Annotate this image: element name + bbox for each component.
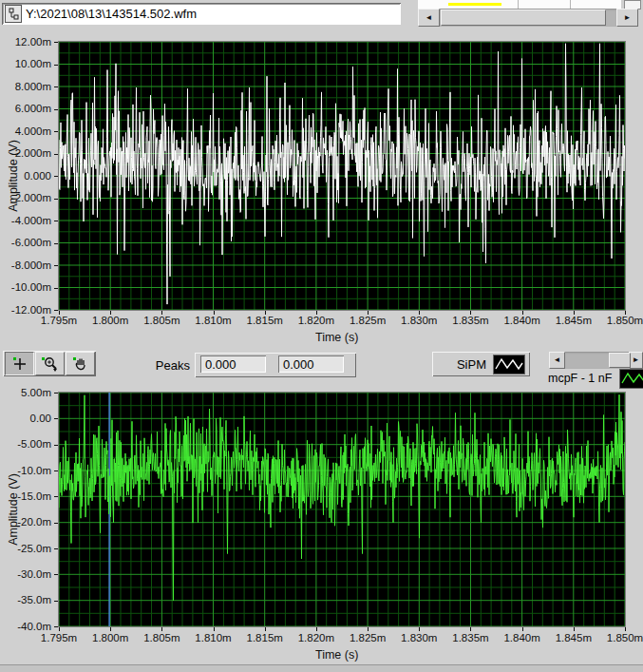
y-tick-label: -5.00m — [0, 438, 51, 450]
bottom-waveform-plot[interactable] — [59, 393, 625, 626]
y-tick-label: -35.0m — [0, 594, 51, 605]
x-tick-label: 1.840m — [501, 315, 544, 326]
x-tick-label: 1.810m — [192, 315, 236, 326]
cursor-tool-button[interactable] — [5, 352, 34, 375]
legend-mcp-label[interactable]: mcpF - 1 nF — [548, 372, 612, 385]
x-tick-mark — [419, 311, 420, 315]
peak-value-1[interactable]: 0.000 — [200, 355, 266, 373]
x-axis-title: Time (s) — [315, 331, 358, 344]
y-tick-mark — [54, 42, 58, 43]
x-tick-label: 1.845m — [552, 632, 596, 643]
y-tick-mark — [54, 154, 58, 155]
y-tick-label: 8.000m — [0, 81, 51, 92]
scrollbar-thumb[interactable] — [609, 353, 631, 368]
y-tick-label: 0.000 — [0, 170, 51, 182]
graph-palette — [3, 351, 96, 376]
top-horizontal-scrollbar[interactable]: ◄ ► — [418, 9, 638, 27]
x-tick-label: 1.820m — [294, 632, 338, 643]
x-tick-label: 1.835m — [448, 632, 492, 643]
table-column-divider — [518, 0, 519, 9]
x-tick-mark — [214, 627, 215, 631]
x-tick-mark — [110, 627, 111, 631]
legend-sipm-label: SiPM — [457, 357, 486, 372]
arrow-right-icon: ► — [633, 356, 640, 364]
y-tick-label: -4.000m — [0, 215, 51, 226]
y-axis-title: Amplitude (V) — [7, 473, 20, 546]
y-tick-mark — [54, 445, 58, 446]
arrow-left-icon: ◄ — [426, 14, 433, 22]
x-tick-label: 1.825m — [346, 632, 389, 643]
y-tick-label: 12.00m — [0, 36, 51, 48]
peaks-label: Peaks — [142, 358, 190, 373]
y-tick-mark — [54, 131, 58, 132]
crosshair-icon — [11, 355, 28, 373]
y-tick-label: -20.0m — [0, 516, 51, 528]
y-tick-mark — [54, 221, 58, 221]
top-waveform-plot[interactable] — [59, 42, 625, 310]
x-axis-title: Time (s) — [315, 648, 358, 662]
y-tick-mark — [54, 496, 58, 497]
mcp-waveform-icon[interactable] — [619, 369, 643, 389]
wfm-file-path-control[interactable]: Y:\2021\08\13\143514.502.wfm — [2, 3, 401, 25]
peak-value-2[interactable]: 0.000 — [278, 355, 344, 373]
x-tick-label: 1.840m — [501, 632, 544, 643]
y-tick-label: -30.0m — [0, 568, 51, 580]
scroll-right-button[interactable]: ► — [629, 352, 643, 369]
table-column-divider — [570, 0, 571, 9]
scrollbar-thumb[interactable] — [441, 10, 606, 26]
scroll-left-button[interactable]: ◄ — [549, 352, 565, 369]
y-tick-mark — [54, 176, 58, 177]
x-tick-label: 1.820m — [294, 315, 338, 326]
y-tick-label: -40.0m — [0, 621, 51, 632]
x-tick-label: 1.795m — [37, 315, 81, 326]
y-tick-mark — [54, 243, 58, 244]
x-tick-mark — [419, 627, 420, 631]
y-tick-mark — [54, 86, 58, 87]
x-tick-mark — [59, 627, 60, 631]
x-tick-mark — [522, 627, 523, 631]
y-tick-mark — [54, 574, 58, 575]
zoom-tool-button[interactable] — [35, 352, 65, 375]
hand-icon — [72, 355, 89, 373]
waveform-trace-mcpf-1-nf — [59, 394, 625, 601]
y-tick-label: 0.00 — [0, 413, 51, 424]
legend-sipm[interactable]: SiPM — [432, 352, 530, 376]
pan-tool-button[interactable] — [66, 352, 95, 375]
y-tick-mark — [54, 265, 58, 266]
x-tick-mark — [625, 311, 626, 315]
sipm-waveform-icon — [493, 355, 525, 374]
y-tick-mark — [54, 523, 58, 524]
table-selected-cell-highlight — [448, 3, 501, 6]
y-tick-label: 6.000m — [0, 103, 51, 114]
y-tick-mark — [54, 310, 58, 311]
x-tick-mark — [574, 311, 575, 315]
x-tick-mark — [368, 311, 369, 315]
y-tick-mark — [54, 626, 58, 627]
y-tick-label: -10.00m — [0, 281, 51, 293]
legend-scrollbar[interactable]: ◄ ► — [549, 352, 643, 369]
x-tick-mark — [214, 311, 215, 315]
y-tick-label: -12.00m — [0, 304, 51, 316]
scroll-left-button[interactable]: ◄ — [418, 9, 440, 27]
arrow-right-icon: ► — [624, 14, 632, 22]
wfm-file-path-value[interactable]: Y:\2021\08\13\143514.502.wfm — [23, 7, 197, 21]
path-type-icon — [5, 5, 22, 23]
scroll-right-button[interactable]: ► — [616, 9, 638, 27]
y-tick-label: -2.000m — [0, 192, 51, 203]
y-tick-label: 10.00m — [0, 58, 51, 69]
x-tick-mark — [59, 311, 60, 315]
x-tick-mark — [316, 311, 317, 315]
x-tick-label: 1.800m — [88, 315, 132, 326]
y-tick-label: -10.0m — [0, 465, 51, 476]
magnifier-icon — [41, 355, 60, 373]
x-tick-label: 1.845m — [552, 315, 596, 326]
y-tick-mark — [54, 470, 58, 471]
x-tick-label: 1.825m — [346, 315, 389, 326]
y-tick-label: -6.000m — [0, 237, 51, 248]
x-tick-label: 1.850m — [603, 632, 643, 643]
x-tick-mark — [265, 627, 266, 631]
x-tick-mark — [368, 627, 369, 631]
x-tick-mark — [470, 311, 471, 315]
x-tick-mark — [161, 627, 162, 631]
x-tick-mark — [110, 311, 111, 315]
